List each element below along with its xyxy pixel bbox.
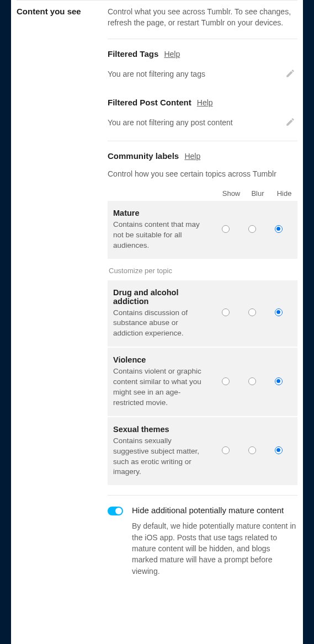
filtered-tags-heading: Filtered Tags Help: [108, 49, 297, 58]
radio-violence-hide[interactable]: [275, 377, 283, 385]
hide-mature-desc: By default, we hide potentially mature c…: [132, 520, 297, 576]
label-desc: Contains sexually suggestive subject mat…: [113, 436, 207, 478]
label-desc: Contains discussion of substance abuse o…: [113, 308, 207, 339]
label-title: Violence: [113, 355, 207, 364]
label-row-sexual: Sexual themes Contains sexually suggesti…: [108, 417, 297, 486]
filtered-content-help-link[interactable]: Help: [197, 98, 213, 107]
community-labels-description: Control how you see certain topics acros…: [108, 168, 297, 179]
hide-mature-title: Hide additional potentially mature conte…: [132, 505, 297, 515]
label-desc: Contains violent or graphic content simi…: [113, 366, 207, 408]
pencil-icon: [285, 117, 295, 127]
label-desc: Contains content that may not be suitabl…: [113, 220, 207, 251]
radio-sexual-show[interactable]: [222, 446, 230, 454]
label-row-violence: Violence Contains violent or graphic con…: [108, 348, 297, 416]
section-title: Content you see: [17, 6, 108, 577]
column-blur: Blur: [244, 189, 271, 198]
edit-filtered-content-button[interactable]: [283, 115, 297, 131]
community-labels-help-link[interactable]: Help: [184, 152, 200, 161]
column-hide: Hide: [271, 189, 297, 198]
filtered-content-heading: Filtered Post Content Help: [108, 98, 297, 107]
radio-sexual-hide[interactable]: [275, 446, 283, 454]
radio-mature-blur[interactable]: [248, 225, 256, 233]
radio-drug-show[interactable]: [222, 308, 230, 316]
radio-violence-blur[interactable]: [248, 377, 256, 385]
column-show: Show: [218, 189, 244, 198]
divider: [108, 39, 297, 39]
customize-per-topic-heading: Customize per topic: [108, 260, 297, 280]
filtered-content-empty: You are not filtering any post content: [108, 118, 233, 127]
edit-filtered-tags-button[interactable]: [283, 66, 297, 82]
radio-sexual-blur[interactable]: [248, 446, 256, 454]
community-labels-heading: Community labels Help: [108, 151, 297, 161]
divider: [108, 495, 297, 496]
pencil-icon: [285, 68, 295, 78]
radio-violence-show[interactable]: [222, 377, 230, 385]
radio-mature-hide[interactable]: [275, 225, 283, 233]
label-title: Mature: [113, 209, 207, 217]
label-row-mature: Mature Contains content that may not be …: [108, 201, 297, 259]
label-title: Drug and alcohol addiction: [113, 288, 207, 306]
label-title: Sexual themes: [113, 425, 207, 434]
hide-mature-toggle[interactable]: [108, 507, 123, 515]
filtered-tags-help-link[interactable]: Help: [164, 50, 180, 58]
radio-mature-show[interactable]: [222, 225, 230, 233]
label-columns-header: Show Blur Hide: [108, 186, 297, 201]
filtered-tags-empty: You are not filtering any tags: [108, 70, 205, 78]
radio-drug-blur[interactable]: [248, 308, 256, 316]
radio-drug-hide[interactable]: [275, 308, 283, 316]
label-row-drug: Drug and alcohol addiction Contains disc…: [108, 280, 297, 347]
section-description: Control what you see across Tumblr. To s…: [108, 6, 297, 29]
divider: [108, 141, 297, 141]
